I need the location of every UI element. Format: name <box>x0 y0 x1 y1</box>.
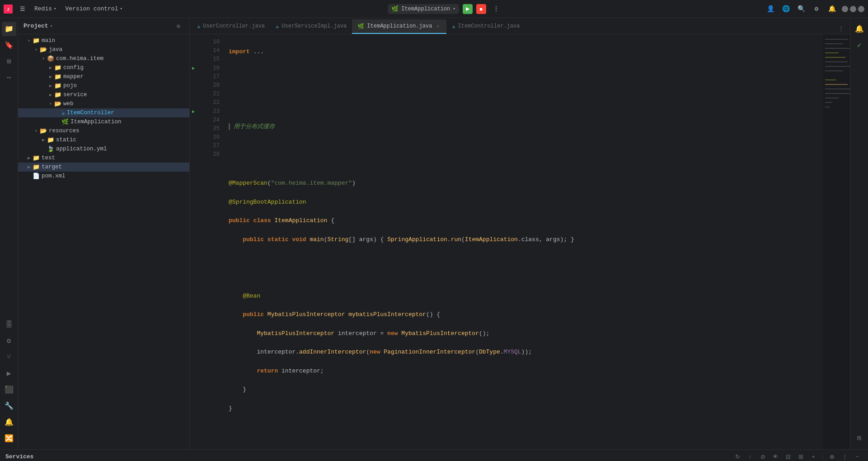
settings-button[interactable]: ⚙ <box>810 3 823 15</box>
sidebar-icon-services[interactable]: 🔧 <box>2 399 16 413</box>
project-name[interactable]: Redis ▾ <box>31 4 60 14</box>
tree-item-resources[interactable]: ▾ 📂 resources <box>18 126 189 135</box>
tree-item-itemcontroller[interactable]: ☕ ItemController <box>18 108 189 117</box>
chevron-down-icon: ▾ <box>33 128 40 134</box>
editor-gutter: ▶ ▶ <box>190 34 201 449</box>
chevron-down-icon: ▾ <box>25 38 33 43</box>
sidebar-icon-folder[interactable]: 📁 <box>2 22 16 36</box>
sidebar-icon-notifications[interactable]: 🔔 <box>2 415 16 429</box>
folder-icon: 📁 <box>54 82 61 89</box>
expand-button[interactable]: ⊞ <box>795 452 806 461</box>
vcs-menu[interactable]: Version control ▾ <box>61 4 126 14</box>
tree-item-main[interactable]: ▾ 📁 main <box>18 36 189 45</box>
folder-icon: 📂 <box>40 46 47 53</box>
close-button[interactable] <box>858 6 864 12</box>
gear-icon[interactable]: ⚙ <box>173 21 184 32</box>
folder-icon: 📁 <box>54 73 61 80</box>
tree-item-test[interactable]: ▶ 📁 test <box>18 154 189 163</box>
up-button[interactable]: ↑ <box>745 452 755 461</box>
folder-icon: 📁 <box>54 64 61 71</box>
code-editor-content[interactable]: import ... 用于分布式缓存 @MapperScan("com.heim… <box>223 34 823 449</box>
sidebar-icon-git2[interactable]: 🔀 <box>2 431 16 446</box>
tab-close-icon[interactable]: ✕ <box>435 23 441 29</box>
svg-rect-16 <box>825 107 830 107</box>
sidebar-icon-gradle[interactable]: ⚙ <box>2 334 16 348</box>
bottom-panel: Services ↻ ↑ ⊘ 👁 ⊟ ⊞ + ⊕ ⋮ − ▾ 🌿 Spring … <box>0 449 868 461</box>
more-actions-button[interactable]: ⋮ <box>490 3 502 15</box>
panel-header-actions: ⚙ <box>173 21 184 32</box>
add-panel-button[interactable]: ⊕ <box>826 452 837 461</box>
notifications-button[interactable]: 🔔 <box>826 3 838 15</box>
minimize-button[interactable] <box>842 6 848 12</box>
project-dropdown-icon: ▾ <box>50 23 53 29</box>
sidebar-icon-database[interactable]: 🗄 <box>2 317 16 332</box>
minimize-panel-button[interactable]: − <box>852 452 863 461</box>
refresh-button[interactable]: ↻ <box>732 452 743 461</box>
main-area: 📁 🔖 ⊞ ⋯ 🗄 ⚙ ⑂ ▶ ⬛ 🔧 🔔 🔀 Project ▾ ⚙ ▾ 📁 <box>0 18 868 449</box>
run-line-button[interactable]: ▶ <box>190 64 197 73</box>
title-menu: ☰ Redis ▾ Version control ▾ <box>16 4 126 14</box>
tree-item-pom[interactable]: 📄 pom.xml <box>18 172 189 181</box>
sidebar-icon-more[interactable]: ⋯ <box>2 70 16 85</box>
hamburger-icon: ☰ <box>20 5 25 13</box>
right-sidebar-bookmark[interactable]: m <box>852 431 867 446</box>
tab-itemcontroller[interactable]: ☕ ItemController.java <box>446 19 525 34</box>
tree-item-target[interactable]: ▶ 📁 target <box>18 163 189 172</box>
spring-file-icon: 🌿 <box>61 118 69 126</box>
window-controls <box>842 6 864 12</box>
left-sidebar-icons: 📁 🔖 ⊞ ⋯ 🗄 ⚙ ⑂ ▶ ⬛ 🔧 🔔 🔀 <box>0 18 18 449</box>
sidebar-icon-run[interactable]: ▶ <box>2 366 16 381</box>
tree-item-application-yml[interactable]: 🍃 application.yml <box>18 144 189 154</box>
profile-button[interactable]: 👤 <box>764 3 777 15</box>
chevron-right-icon: ▶ <box>47 83 54 88</box>
right-sidebar-notifications[interactable]: 🔔 <box>852 22 867 36</box>
tab-usercontroller[interactable]: ☕ UserController.java <box>192 19 270 34</box>
stop-button[interactable]: ■ <box>476 4 486 14</box>
recent-files-icon[interactable]: ⋮ <box>835 23 846 34</box>
package-icon: 📦 <box>47 55 54 62</box>
right-sidebar-checkmark[interactable]: ✓ <box>852 38 867 52</box>
tree-item-package[interactable]: ▾ 📦 com.heima.item <box>18 54 189 63</box>
tree-item-pojo[interactable]: ▶ 📁 pojo <box>18 81 189 90</box>
chevron-right-icon: ▶ <box>25 155 33 161</box>
svg-rect-10 <box>825 79 836 80</box>
sidebar-icon-terminal[interactable]: ⬛ <box>2 382 16 397</box>
tree-item-java[interactable]: ▾ 📂 java <box>18 45 189 54</box>
sidebar-icon-git[interactable]: ⑂ <box>2 350 16 364</box>
maximize-button[interactable] <box>850 6 856 12</box>
tree-item-static[interactable]: ▶ 📁 static <box>18 135 189 144</box>
tree-item-web[interactable]: ▾ 📂 web <box>18 99 189 108</box>
add-button[interactable]: + <box>808 452 819 461</box>
project-panel-header: Project ▾ ⚙ <box>18 18 189 34</box>
sidebar-icon-bookmark[interactable]: 🔖 <box>2 38 16 52</box>
svg-rect-13 <box>825 93 850 94</box>
project-tree: ▾ 📁 main ▾ 📂 java ▾ 📦 com.heima.item <box>18 34 189 449</box>
tree-item-mapper[interactable]: ▶ 📁 mapper <box>18 72 189 81</box>
search-button[interactable]: 🔍 <box>795 3 807 15</box>
run-button[interactable]: ▶ <box>463 4 473 14</box>
java-tab-icon: ☕ <box>197 23 200 30</box>
svg-rect-2 <box>825 39 848 40</box>
services-header-actions: ↻ ↑ ⊘ 👁 ⊟ ⊞ + ⊕ ⋮ − <box>732 452 863 461</box>
tree-item-itemapplication[interactable]: 🌿 ItemApplication <box>18 117 189 126</box>
svg-text:J: J <box>7 8 9 12</box>
filter-button[interactable]: ⊟ <box>783 452 793 461</box>
eye-button[interactable]: 👁 <box>770 452 781 461</box>
more-options-button[interactable]: ⋮ <box>839 452 850 461</box>
title-actions: 👤 🌐 🔍 ⚙ 🔔 <box>764 3 838 15</box>
folder-icon: 📁 <box>54 91 61 98</box>
hamburger-menu[interactable]: ☰ <box>16 4 29 14</box>
svg-rect-8 <box>825 66 850 67</box>
svg-rect-9 <box>825 70 843 71</box>
java-file-icon: ☕ <box>61 109 65 116</box>
run-line-button2[interactable]: ▶ <box>190 107 197 116</box>
chevron-down-icon: ▾ <box>120 6 122 11</box>
tree-item-config[interactable]: ▶ 📁 config <box>18 63 189 72</box>
tab-itemapplication[interactable]: 🌿 ItemApplication.java ✕ <box>352 19 446 34</box>
tab-userserviceimpl[interactable]: ☕ UserServiceImpl.java <box>270 19 352 34</box>
tabs-actions: ⋮ <box>834 23 848 34</box>
tree-item-service[interactable]: ▶ 📁 service <box>18 90 189 99</box>
stop-all-button[interactable]: ⊘ <box>757 452 768 461</box>
sidebar-icon-structure[interactable]: ⊞ <box>2 54 16 69</box>
translate-button[interactable]: 🌐 <box>779 3 792 15</box>
